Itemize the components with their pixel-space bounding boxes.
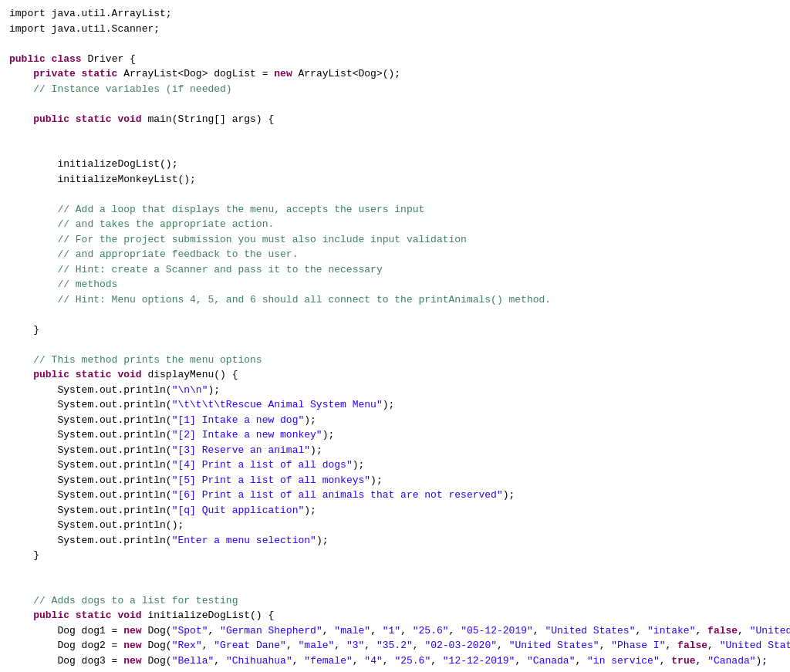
code-line — [9, 578, 781, 593]
code-line: System.out.println("[q] Quit application… — [9, 503, 781, 518]
code-line: // This method prints the menu options — [9, 353, 781, 368]
code-line: // methods — [9, 277, 781, 292]
code-line: System.out.println("Enter a menu selecti… — [9, 533, 781, 549]
code-line: // Adds dogs to a list for testing — [9, 593, 781, 609]
code-line — [9, 307, 781, 322]
code-line — [9, 187, 781, 202]
code-line — [9, 668, 781, 672]
code-line: } — [9, 548, 781, 563]
code-line: System.out.println("[6] Print a list of … — [9, 488, 781, 503]
code-line: System.out.println("[4] Print a list of … — [9, 458, 781, 473]
code-line: initializeDogList(); — [9, 157, 781, 172]
code-line — [9, 563, 781, 579]
code-line: import java.util.ArrayList; — [9, 6, 781, 22]
code-line: // Hint: Menu options 4, 5, and 6 should… — [9, 292, 781, 308]
code-line: // and takes the appropriate action. — [9, 217, 781, 232]
code-line — [9, 127, 781, 142]
code-line: System.out.println("[2] Intake a new mon… — [9, 427, 781, 443]
code-line: // For the project submission you must a… — [9, 232, 781, 248]
code-line: // Hint: create a Scanner and pass it to… — [9, 262, 781, 278]
code-line: public static void displayMenu() { — [9, 367, 781, 383]
code-line: System.out.println("[1] Intake a new dog… — [9, 413, 781, 428]
code-line: // and appropriate feedback to the user. — [9, 247, 781, 262]
code-line: import java.util.Scanner; — [9, 22, 781, 37]
code-line: Dog dog3 = new Dog("Bella", "Chihuahua",… — [9, 653, 781, 669]
code-line: public static void initializeDogList() { — [9, 608, 781, 623]
code-line: Dog dog1 = new Dog("Spot", "German Sheph… — [9, 623, 781, 639]
code-line — [9, 36, 781, 52]
code-line: private static ArrayList<Dog> dogList = … — [9, 66, 781, 82]
code-line — [9, 142, 781, 157]
code-line: public static void main(String[] args) { — [9, 112, 781, 127]
code-line — [9, 96, 781, 112]
code-line: System.out.println("\n\n"); — [9, 383, 781, 398]
code-line: System.out.println("[3] Reserve an anima… — [9, 443, 781, 458]
code-line: System.out.println(); — [9, 518, 781, 533]
code-line: // Add a loop that displays the menu, ac… — [9, 202, 781, 218]
code-line: initializeMonkeyList(); — [9, 172, 781, 187]
code-line: Dog dog2 = new Dog("Rex", "Great Dane", … — [9, 638, 781, 653]
code-line — [9, 337, 781, 353]
code-line: public class Driver { — [9, 52, 781, 67]
code-line: } — [9, 322, 781, 338]
code-editor: import java.util.ArrayList;import java.u… — [9, 6, 781, 672]
code-line: // Instance variables (if needed) — [9, 82, 781, 97]
code-line: System.out.println("[5] Print a list of … — [9, 473, 781, 488]
code-line: System.out.println("\t\t\t\tRescue Anima… — [9, 397, 781, 413]
